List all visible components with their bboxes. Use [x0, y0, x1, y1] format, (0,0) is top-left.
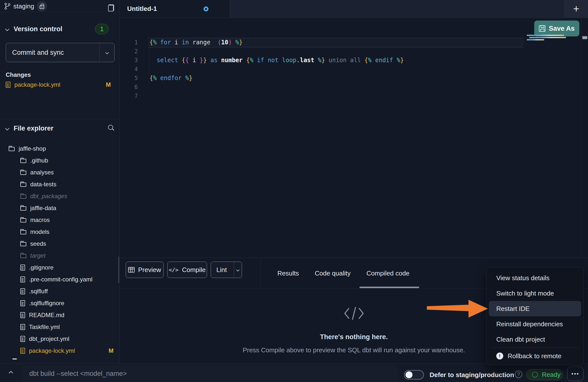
preview-button[interactable]: Preview [126, 262, 164, 278]
folder-icon [20, 194, 26, 199]
menu-item-rollback-to-remote[interactable]: ! Rollback to remote [489, 348, 581, 364]
annotation-arrow [427, 299, 488, 319]
command-placeholder: dbt build --select <model_name> [23, 370, 127, 378]
lock-icon [40, 5, 44, 9]
git-branch-icon [4, 2, 11, 10]
tree-item-target[interactable]: target [0, 250, 117, 262]
tree-item-jaffle-data[interactable]: jaffle-data [0, 202, 117, 214]
chevron-down-icon [236, 268, 239, 272]
menu-item-switch-to-light-mode[interactable]: Switch to light mode [489, 286, 581, 301]
search-icon[interactable] [108, 124, 115, 131]
folder-icon [20, 242, 26, 246]
changed-file-name: package-lock.yml [14, 81, 60, 88]
status-text: Ready [542, 371, 560, 379]
folder-icon [20, 254, 26, 258]
menu-item-view-status-details[interactable]: View status details [489, 270, 581, 286]
tab-compiled-code[interactable]: Compiled code [366, 270, 409, 277]
tree-item-gitignore[interactable]: .gitignore [0, 262, 117, 273]
file-icon [20, 348, 25, 354]
tree-item-analyses[interactable]: analyses [0, 166, 117, 178]
code-content[interactable]: {% for i in range (10) %} select {{ i }}… [149, 38, 573, 100]
folder-icon [20, 230, 26, 234]
folder-icon [20, 159, 26, 163]
indent-guide [149, 47, 149, 74]
branch-selector[interactable]: staging [4, 2, 47, 10]
result-tabs: Results Code quality Compiled code [277, 258, 410, 288]
line-number: 6 [120, 82, 138, 91]
commit-and-sync-button[interactable]: Commit and sync [6, 43, 115, 62]
defer-toggle[interactable] [404, 370, 424, 380]
menu-item-clean-dbt-project[interactable]: Clean dbt project [489, 332, 581, 347]
changes-count-badge: 1 [95, 24, 109, 34]
file-icon [20, 288, 25, 294]
version-control-title: Version control [14, 25, 62, 33]
git-branch-header: staging [0, 0, 119, 12]
tree-item-readme[interactable]: README.md [0, 309, 117, 321]
folder-icon [20, 218, 26, 222]
status-badge[interactable]: Ready [526, 369, 563, 380]
changed-file-row[interactable]: package-lock.yml M [6, 80, 114, 89]
menu-item-restart-ide[interactable]: Restart IDE [489, 301, 581, 316]
tree-item-models[interactable]: models [0, 226, 117, 238]
menu-divider [491, 348, 579, 348]
tree-item-package-lock[interactable]: package-lock.ymlM [0, 345, 117, 357]
tree-item-data-tests[interactable]: data-tests [0, 178, 117, 190]
editor-scrollbar[interactable] [581, 18, 588, 258]
code-line[interactable]: select {{ i }} as number {% if not loop.… [149, 56, 573, 65]
commit-options-dropdown[interactable] [99, 43, 114, 62]
minimap-line [527, 39, 544, 40]
code-line[interactable]: {% endfor %} [149, 74, 573, 82]
tree-item-seeds[interactable]: seeds [0, 238, 117, 250]
file-icon [20, 336, 25, 342]
minimap[interactable] [527, 34, 566, 43]
file-explorer-section-header[interactable]: File explorer [6, 124, 116, 133]
chevron-down-icon [5, 126, 9, 131]
lint-dropdown[interactable] [234, 262, 242, 278]
tree-item-sqlfluffignore[interactable]: .sqlfluffignore [0, 297, 117, 309]
tab-untitled-1[interactable]: Untitled-1 [120, 0, 230, 18]
code-line[interactable] [149, 82, 573, 91]
menu-item-reinstall-dependencies[interactable]: Reinstall dependencies [489, 316, 581, 332]
tree-item-sqlfluff[interactable]: .sqlfluff [0, 285, 117, 297]
scrollbar-thumb[interactable] [582, 36, 587, 39]
tab-code-quality[interactable]: Code quality [315, 270, 351, 277]
copy-icon[interactable] [108, 4, 114, 11]
clipped-tree-item [12, 358, 17, 359]
help-icon[interactable]: ? [515, 371, 522, 378]
tree-item-pre-commit-config[interactable]: .pre-commit-config.yaml [0, 273, 117, 285]
section-divider [0, 119, 119, 119]
code-editor[interactable]: Save As 1 2 3 4 5 6 7 {% for i in range … [120, 18, 588, 258]
command-input[interactable]: dbt build --select <model_name> [23, 365, 397, 382]
compile-label: Compile [182, 266, 206, 274]
editor-tab-strip: Untitled-1 + [120, 0, 588, 18]
tree-item-macros[interactable]: macros [0, 214, 117, 226]
code-line[interactable] [149, 65, 573, 74]
line-number: 4 [120, 65, 138, 74]
tab-results[interactable]: Results [277, 270, 299, 277]
tree-item-jaffle-shop[interactable]: jaffle-shop [0, 143, 117, 155]
compile-button[interactable]: </> Compile [167, 262, 207, 278]
line-number: 2 [120, 47, 138, 56]
sidebar-scrollbar[interactable] [118, 256, 119, 283]
code-line[interactable]: {% for i in range (10) %} [149, 38, 573, 47]
line-number: 5 [120, 74, 138, 82]
more-options-button[interactable]: ••• [567, 367, 584, 381]
new-tab-button[interactable]: + [564, 0, 588, 18]
save-as-label: Save As [549, 25, 575, 32]
file-explorer-title: File explorer [14, 125, 54, 132]
lint-button[interactable]: Lint [211, 262, 242, 278]
tree-item-github[interactable]: .github [0, 155, 117, 166]
file-icon [20, 324, 25, 330]
defer-label: Defer to staging/production [430, 370, 514, 380]
ide-status-context-menu: View status details Switch to light mode… [486, 267, 584, 365]
version-control-section-header[interactable]: Version control 1 [6, 24, 114, 34]
code-line[interactable] [149, 91, 573, 100]
tree-item-dbt-project[interactable]: dbt_project.yml [0, 333, 117, 345]
code-line[interactable] [149, 47, 573, 56]
active-tab-indicator [359, 287, 419, 288]
tree-item-taskfile[interactable]: Taskfile.yml [0, 321, 117, 333]
changes-label: Changes [6, 71, 31, 78]
collapse-panel-button[interactable] [0, 364, 22, 382]
tree-item-dbt-packages[interactable]: dbt_packages [0, 190, 117, 202]
line-number-gutter: 1 2 3 4 5 6 7 [120, 38, 138, 100]
